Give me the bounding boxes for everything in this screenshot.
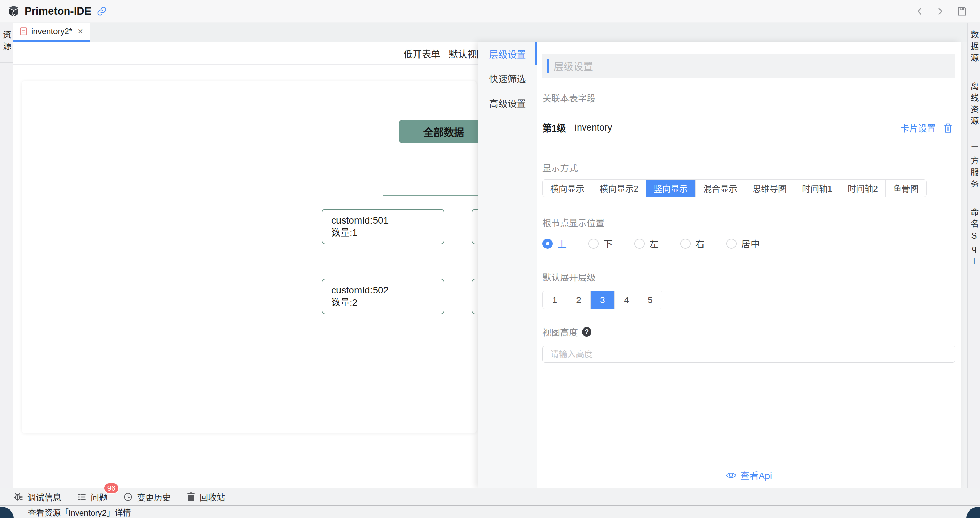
- chevron-right-icon[interactable]: [936, 7, 945, 16]
- display-option-vertical[interactable]: 竖向显示: [646, 180, 695, 197]
- right-sidebar: 数据源 离线资源 三方服务 命名Sql: [967, 23, 980, 488]
- settings-panel-main: 层级设置 关联本表字段 第1级 inventory 卡片设置: [537, 41, 961, 488]
- radio-icon: [635, 239, 644, 249]
- radio-right[interactable]: 右: [680, 237, 705, 250]
- radio-icon: [542, 239, 553, 249]
- title-bar: Primeton-IDE: [0, 0, 980, 22]
- view-api-link[interactable]: 查看Api: [537, 469, 961, 482]
- display-option-horizontal2[interactable]: 横向显示2: [592, 180, 646, 197]
- view-height-input[interactable]: [542, 346, 956, 363]
- panel-header: 层级设置: [542, 54, 956, 78]
- display-option-mindmap[interactable]: 思维导图: [745, 180, 794, 197]
- right-gutter: [961, 41, 967, 488]
- canvas-toolbar: 低开表单 默认视图: [13, 41, 479, 65]
- sidebar-item-datasource[interactable]: 数据源: [968, 23, 980, 74]
- tab-level-settings[interactable]: 层级设置: [479, 41, 537, 66]
- change-history-button[interactable]: 变更历史: [123, 491, 171, 503]
- settings-panel: 层级设置 快速筛选 高级设置 层级设置 关联本表字段 第1级 inventory…: [479, 41, 961, 488]
- display-mode-label: 显示方式: [542, 161, 956, 174]
- connector-drop-1: [383, 195, 383, 209]
- close-icon[interactable]: ×: [78, 27, 83, 36]
- level-1-button[interactable]: 1: [543, 291, 566, 309]
- sidebar-item-third-party-services[interactable]: 三方服务: [968, 137, 980, 200]
- tree-node-501[interactable]: customId:501 数量:1: [322, 209, 444, 244]
- tab-quick-filter[interactable]: 快速筛选: [479, 66, 537, 91]
- tree-board: 全部数据 customId:501 数量:1 customId:502 数量:2: [22, 81, 477, 434]
- root-position-group: 上 下 左 右 居中: [542, 237, 956, 250]
- display-option-timeline2[interactable]: 时间轴2: [840, 180, 885, 197]
- radio-icon: [726, 239, 737, 249]
- sidebar-item-offline-resources[interactable]: 离线资源: [968, 74, 980, 137]
- root-position-label: 根节点显示位置: [542, 216, 956, 229]
- tree-node-partial-2[interactable]: [472, 279, 479, 314]
- display-option-fishbone[interactable]: 鱼骨图: [885, 180, 926, 197]
- view-height-label: 视图高度 ?: [542, 325, 956, 338]
- delete-icon[interactable]: [943, 123, 953, 133]
- level-2-button[interactable]: 2: [566, 291, 590, 309]
- tab-bar: inventory2* ×: [13, 23, 967, 41]
- footer-status: 查看资源「inventory2」详情: [0, 505, 980, 518]
- issues-list-icon: [77, 492, 86, 502]
- sidebar-item-resources[interactable]: 资源: [0, 23, 13, 63]
- level-row: 第1级 inventory 卡片设置: [542, 121, 956, 134]
- document-icon: [20, 27, 27, 36]
- tab-advanced-settings[interactable]: 高级设置: [479, 91, 537, 115]
- radio-top[interactable]: 上: [542, 237, 566, 250]
- chevron-left-icon[interactable]: [915, 7, 924, 16]
- link-icon[interactable]: [97, 6, 107, 16]
- footer-text: 查看资源「inventory2」详情: [28, 506, 131, 518]
- tree-node-partial-1[interactable]: [472, 209, 479, 244]
- level-3-button[interactable]: 3: [590, 291, 614, 309]
- issues-button[interactable]: 问题 96: [77, 491, 108, 503]
- sidebar-item-named-sql[interactable]: 命名Sql: [968, 200, 980, 278]
- display-option-timeline1[interactable]: 时间轴1: [794, 180, 840, 197]
- expand-level-group: 1 2 3 4 5: [542, 291, 662, 309]
- level-4-button[interactable]: 4: [614, 291, 638, 309]
- low-code-form-button[interactable]: 低开表单: [404, 47, 440, 60]
- display-mode-group: 横向显示 横向显示2 竖向显示 混合显示 思维导图 时间轴1 时间轴2 鱼骨图: [542, 179, 926, 197]
- debug-icon: [14, 492, 23, 502]
- trash-icon: [186, 492, 196, 502]
- radio-center[interactable]: 居中: [726, 237, 760, 250]
- tree-node-502[interactable]: customId:502 数量:2: [322, 279, 444, 314]
- card-settings-link[interactable]: 卡片设置: [900, 121, 936, 134]
- level-tag: 第1级: [542, 121, 566, 134]
- save-icon[interactable]: [956, 5, 968, 17]
- corner-decoration-left: [0, 507, 14, 518]
- connector-root: [458, 143, 458, 195]
- connector-horizontal: [383, 195, 479, 196]
- app-logo-icon: [8, 5, 20, 18]
- tab-label: inventory2*: [31, 27, 72, 36]
- display-option-mixed[interactable]: 混合显示: [695, 180, 745, 197]
- radio-bottom[interactable]: 下: [589, 237, 612, 250]
- issues-badge: 96: [103, 483, 119, 494]
- corner-decoration-right: [966, 507, 980, 518]
- header-accent-bar: [547, 59, 549, 73]
- eye-icon: [726, 472, 736, 479]
- debug-info-button[interactable]: 调试信息: [14, 491, 61, 503]
- radio-left[interactable]: 左: [635, 237, 659, 250]
- connector-drop-2: [383, 244, 383, 279]
- radio-icon: [680, 239, 690, 249]
- app-title: Primeton-IDE: [24, 5, 91, 18]
- status-bar: 调试信息 问题 96 变更历史 回收站: [0, 488, 980, 505]
- history-clock-icon: [123, 492, 133, 502]
- default-view-button[interactable]: 默认视图: [449, 47, 479, 60]
- level-field: inventory: [575, 122, 612, 133]
- help-icon[interactable]: ?: [582, 327, 592, 337]
- tree-root-node[interactable]: 全部数据: [399, 120, 479, 143]
- radio-icon: [589, 239, 599, 249]
- left-sidebar: 资源: [0, 23, 13, 488]
- diagram-canvas: 低开表单 默认视图 全部数据 customId:501 数量:1 customI…: [13, 41, 479, 488]
- recycle-bin-button[interactable]: 回收站: [186, 491, 225, 503]
- divider: [542, 148, 956, 149]
- expand-level-label: 默认展开层级: [542, 271, 956, 283]
- related-field-label: 关联本表字段: [542, 91, 956, 104]
- settings-panel-tabs: 层级设置 快速筛选 高级设置: [479, 41, 537, 488]
- display-option-horizontal[interactable]: 横向显示: [543, 180, 592, 197]
- tab-inventory2[interactable]: inventory2* ×: [13, 23, 90, 41]
- level-5-button[interactable]: 5: [638, 291, 662, 309]
